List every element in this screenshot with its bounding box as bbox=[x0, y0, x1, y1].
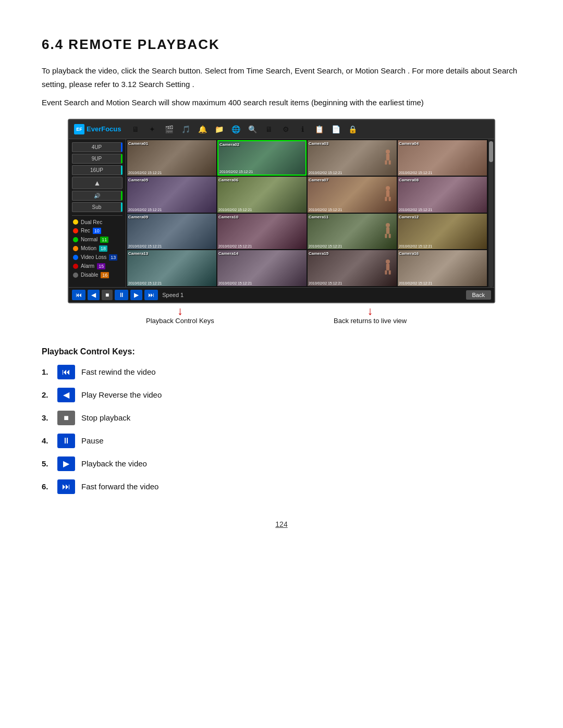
sidebar-status-alarm: Alarm 15 bbox=[72, 263, 123, 270]
toolbar-icon-network[interactable]: 🌐 bbox=[229, 123, 242, 135]
cam-label-9: Camera09 bbox=[128, 215, 148, 219]
toolbar-icon-list[interactable]: 📋 bbox=[313, 123, 325, 135]
toolbar-icon-settings[interactable]: ✦ bbox=[146, 123, 158, 135]
cam-ts-14: 2010/02/02 15:12:21 bbox=[218, 281, 252, 285]
sidebar-divider-1 bbox=[72, 215, 123, 216]
svg-rect-14 bbox=[385, 270, 387, 275]
dot-alarm bbox=[73, 264, 78, 269]
ctrl-desc-5: Playback the video bbox=[81, 459, 147, 468]
cam-cell-9[interactable]: Camera09 2010/02/02 15:12:21 bbox=[127, 214, 216, 250]
cam-ts-15: 2010/02/02 15:12:21 bbox=[309, 281, 342, 285]
sidebar-status-disable: Disable 16 bbox=[72, 272, 123, 279]
toolbar-icon-folder[interactable]: 📁 bbox=[213, 123, 225, 135]
cam-ts-1: 2010/02/02 15:12:21 bbox=[128, 171, 162, 175]
cam-cell-13[interactable]: Camera13 2010/02/02 15:12:21 bbox=[127, 250, 216, 286]
cam-cell-10[interactable]: Camera10 2010/02/02 15:12:21 bbox=[217, 214, 307, 250]
ctrl-item-5: 5. ▶ Playback the video bbox=[42, 456, 521, 471]
toolbar-icon-search[interactable]: 🔍 bbox=[246, 123, 259, 135]
cam-cell-2[interactable]: Camera02 2010/02/02 15:12:21 bbox=[217, 140, 307, 176]
toolbar-icon-info[interactable]: ℹ bbox=[296, 123, 309, 135]
toolbar-icon-gear[interactable]: ⚙ bbox=[279, 123, 292, 135]
toolbar-icon-lock[interactable]: 🔒 bbox=[346, 123, 359, 135]
cam-cell-14[interactable]: Camera14 2010/02/02 15:12:21 bbox=[217, 250, 307, 286]
svg-rect-10 bbox=[385, 234, 387, 238]
ctrl-fast-rewind[interactable]: ⏮ bbox=[72, 290, 85, 300]
cam-cell-12[interactable]: Camera12 2010/02/02 15:12:21 bbox=[398, 214, 487, 250]
cam-cell-7[interactable]: Camera07 2010/02/02 15:12:21 bbox=[308, 177, 397, 213]
annotation-right-label: Back returns to live view bbox=[334, 317, 407, 325]
note-paragraph: Event Search and Motion Search will show… bbox=[42, 96, 521, 109]
cam-label-3: Camera03 bbox=[309, 141, 328, 146]
cam-ts-9: 2010/02/02 15:12:21 bbox=[128, 244, 162, 248]
cam-label-10: Camera10 bbox=[218, 215, 238, 219]
playback-title: Playback Control Keys: bbox=[42, 347, 521, 356]
sidebar-btn-arrow[interactable]: ▲ bbox=[72, 177, 123, 189]
item-num-4: 4. bbox=[42, 436, 51, 445]
sidebar-btn-audio[interactable]: 🔊 bbox=[72, 191, 123, 201]
sidebar-btn-sub[interactable]: Sub bbox=[72, 202, 123, 212]
cam-cell-11[interactable]: Camera11 2010/02/02 15:12:21 bbox=[308, 214, 397, 250]
cam-label-14: Camera14 bbox=[218, 251, 238, 256]
camera-grid: Camera01 2010/02/02 15:12:21 Camera02 20… bbox=[126, 139, 488, 287]
cam-mannequin-3 bbox=[383, 150, 393, 166]
cam-cell-5[interactable]: Camera05 2010/02/02 15:12:21 bbox=[127, 177, 216, 213]
arrow-left: ↓ bbox=[177, 305, 183, 317]
playback-desc-section: Playback Control Keys: 1. ⏮ Fast rewind … bbox=[42, 347, 521, 494]
ctrl-back-button[interactable]: Back bbox=[466, 290, 491, 300]
svg-rect-7 bbox=[389, 197, 391, 201]
item-num-2: 2. bbox=[42, 390, 51, 399]
cam-ts-2: 2010/02/02 15:12:21 bbox=[219, 170, 253, 174]
svg-point-8 bbox=[386, 223, 390, 227]
cam-cell-1[interactable]: Camera01 2010/02/02 15:12:21 bbox=[127, 140, 216, 176]
ctrl-pause[interactable]: ⏸ bbox=[115, 290, 128, 300]
svg-rect-15 bbox=[389, 270, 391, 275]
sidebar-btn-4up[interactable]: 4UP bbox=[72, 142, 123, 152]
cam-cell-4[interactable]: Camera04 2010/02/02 15:12:21 bbox=[398, 140, 487, 176]
arrow-right: ↓ bbox=[368, 305, 373, 317]
svg-rect-5 bbox=[386, 190, 389, 197]
cam-ts-16: 2010/02/02 15:12:21 bbox=[399, 281, 432, 285]
sidebar-status-motion: Motion 18 bbox=[72, 245, 123, 252]
toolbar-icon-doc[interactable]: 📄 bbox=[329, 123, 342, 135]
cam-cell-16[interactable]: Camera16 2010/02/02 15:12:21 bbox=[398, 250, 487, 286]
sidebar-btn-16up[interactable]: 16UP bbox=[72, 165, 123, 175]
ctrl-item-3: 3. ■ Stop playback bbox=[42, 411, 521, 425]
cam-label-6: Camera06 bbox=[218, 178, 238, 182]
toolbar-icon-display[interactable]: 🖥 bbox=[263, 123, 275, 135]
dot-disable bbox=[73, 273, 78, 278]
cam-cell-6[interactable]: Camera06 2010/02/02 15:12:21 bbox=[217, 177, 307, 213]
dvr-logo: EF EverFocus bbox=[74, 124, 121, 134]
cam-cell-8[interactable]: Camera08 2010/02/02 15:12:21 bbox=[398, 177, 487, 213]
label-disable: Disable bbox=[81, 272, 98, 278]
ctrl-desc-2: Play Reverse the video bbox=[81, 390, 162, 399]
toolbar-icon-bell[interactable]: 🔔 bbox=[196, 123, 209, 135]
ctrl-stop[interactable]: ■ bbox=[102, 290, 113, 300]
sidebar-btn-9up[interactable]: 9UP bbox=[72, 154, 123, 164]
item-num-3: 3. bbox=[42, 413, 51, 422]
cam-cell-3[interactable]: Camera03 2010/02/02 15:12:21 bbox=[308, 140, 397, 176]
dvr-logo-icon: EF bbox=[74, 124, 84, 134]
toolbar-icon-monitor[interactable]: 🖥 bbox=[129, 123, 142, 135]
ctrl-icon-play-reverse: ◀ bbox=[57, 388, 75, 402]
scrollbar-thumb[interactable] bbox=[489, 141, 493, 162]
toolbar-icon-camera[interactable]: 🎬 bbox=[163, 123, 175, 135]
dot-dualrec bbox=[73, 219, 78, 225]
ctrl-icon-fast-forward: ⏭ bbox=[57, 479, 75, 494]
annotation-area: ↓ Playback Control Keys ↓ Back returns t… bbox=[42, 305, 521, 337]
toolbar-icon-music[interactable]: 🎵 bbox=[179, 123, 192, 135]
cam-cell-15[interactable]: Camera15 2010/02/02 15:12:21 bbox=[308, 250, 397, 286]
ctrl-fast-forward[interactable]: ⏭ bbox=[144, 290, 158, 300]
svg-rect-3 bbox=[389, 161, 391, 165]
ctrl-play[interactable]: ▶ bbox=[130, 290, 142, 300]
cam-ts-10: 2010/02/02 15:12:21 bbox=[218, 244, 252, 248]
dvr-scrollbar[interactable] bbox=[488, 139, 494, 287]
dvr-sidebar: 4UP 9UP 16UP ▲ 🔊 Sub Dual Rec Rec 10 Nor… bbox=[69, 139, 126, 287]
control-list: 1. ⏮ Fast rewind the video 2. ◀ Play Rev… bbox=[42, 365, 521, 494]
ctrl-item-1: 1. ⏮ Fast rewind the video bbox=[42, 365, 521, 379]
cam-label-12: Camera12 bbox=[399, 215, 419, 219]
ctrl-play-reverse[interactable]: ◀ bbox=[88, 290, 100, 300]
ctrl-icon-play: ▶ bbox=[57, 456, 75, 471]
label-alarm: Alarm bbox=[81, 263, 94, 269]
channel-rec: 10 bbox=[93, 228, 101, 234]
annotation-right: ↓ Back returns to live view bbox=[334, 305, 407, 325]
